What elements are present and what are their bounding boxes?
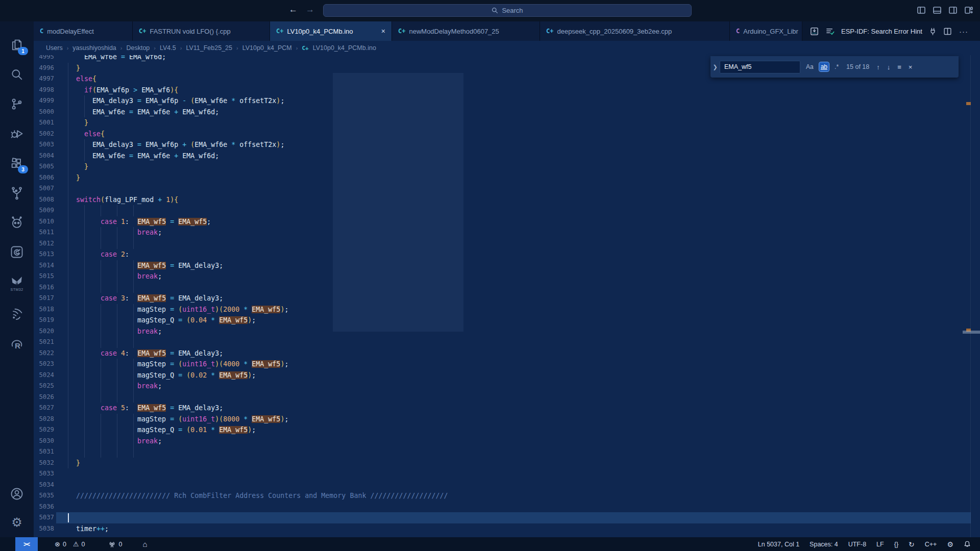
code-line[interactable]: 5003 EMA_delay3 = EMA_wf6p + (EMA_wf6e *… [34, 139, 964, 151]
toggle-panel-icon[interactable] [933, 6, 941, 14]
code-line[interactable]: 5018 magStep = (uint16_t)(2000 * EMA_wf5… [34, 304, 964, 315]
code-line[interactable]: 5005 } [34, 161, 964, 172]
code-line[interactable]: 5029 magStep_Q = (0.01 * EMA_wf5); [34, 424, 964, 436]
code-line[interactable]: 5027 case 5: EMA_wf5 = EMA_delay3; [34, 403, 964, 414]
cursor-position-status[interactable]: Ln 5037, Col 1 [754, 541, 803, 548]
code-line[interactable]: 5028 magStep = (uint16_t)(8000 * EMA_wf5… [34, 414, 964, 425]
find-in-selection-toggle[interactable]: ≡ [897, 63, 901, 71]
code-line[interactable]: 5021 [34, 337, 964, 348]
search-view-icon[interactable] [9, 66, 25, 83]
code-line[interactable]: 5015 break; [34, 271, 964, 282]
eol-status[interactable]: LF [872, 541, 888, 548]
run-debug-icon[interactable] [9, 126, 25, 142]
home-button[interactable]: ⌂ [138, 540, 152, 548]
code-line[interactable]: 5030 break; [34, 436, 964, 447]
vertical-scrollbar[interactable] [963, 331, 980, 334]
code-line[interactable]: 5023 magStep = (uint16_t)(4000 * EMA_wf5… [34, 359, 964, 370]
code-line[interactable]: 5036 [34, 502, 964, 513]
tab-lv10p0-k4-pcmb-ino[interactable]: C+LV10p0_k4_PCMb.ino× [270, 21, 392, 41]
code-line[interactable]: 5025 break; [34, 381, 964, 392]
code-line[interactable]: 5017 case 3: EMA_wf5 = EMA_delay3; [34, 293, 964, 304]
ports-status[interactable]: 0 [104, 540, 127, 548]
code-line[interactable]: 5035 /////////////////////// Rch CombFil… [34, 490, 964, 502]
code-line[interactable]: 5008 switch(flag_LPF_mod + 1){ [34, 194, 964, 206]
breadcrumb-item[interactable]: LV4.5 [160, 44, 176, 52]
code-line[interactable]: 5032 } [34, 458, 964, 469]
toggle-secondary-sidebar-icon[interactable] [949, 6, 957, 14]
esp-idf-tasks-icon[interactable] [825, 27, 835, 36]
explorer-icon[interactable]: 1 [9, 37, 25, 53]
stm32-butterfly-icon[interactable]: STM32 [9, 273, 25, 290]
problems-status[interactable]: ⊗ 0 ⚠ 0 [50, 540, 89, 548]
plug-icon[interactable] [928, 27, 937, 36]
regex-toggle[interactable]: .* [833, 62, 840, 71]
command-center-search[interactable]: Search [323, 4, 692, 17]
close-tab-icon[interactable]: × [377, 27, 385, 35]
code-line[interactable]: 5019 magStep_Q = (0.04 * EMA_wf5); [34, 315, 964, 326]
previous-match-button[interactable]: ↑ [876, 63, 880, 71]
code-line[interactable]: 5012 [34, 238, 964, 249]
breadcrumb-item[interactable]: yasushiyoshida [72, 44, 116, 52]
toggle-sidebar-icon[interactable] [917, 6, 925, 14]
esp-idf-hint-label[interactable]: ESP-IDF: Search Error Hint [841, 28, 922, 35]
code-line[interactable]: 5001 } [34, 117, 964, 129]
notifications-bell-icon[interactable] [960, 540, 975, 548]
code-line[interactable]: 5022 case 4: EMA_wf5 = EMA_delay3; [34, 348, 964, 359]
sync-icon[interactable]: ↻ [904, 540, 919, 548]
code-line[interactable]: 5010 case 1: EMA_wf5 = EMA_wf5; [34, 216, 964, 228]
code-line[interactable]: 5000 EMA_wf6e = EMA_wf6e + EMA_wf6d; [34, 107, 964, 118]
circuit-tree-icon[interactable] [9, 185, 25, 201]
tab-fastrun-void-lfo-cpp[interactable]: C+FASTRUN void LFO() {.cpp [133, 21, 270, 41]
breadcrumb-item[interactable]: Users [46, 44, 63, 52]
braces-status-icon[interactable]: {} [890, 541, 902, 548]
code-line[interactable]: 5006 } [34, 172, 964, 184]
code-line[interactable]: 5011 break; [34, 227, 964, 238]
indentation-status[interactable]: Spaces: 4 [805, 541, 842, 548]
platformio-alien-icon[interactable] [9, 214, 25, 231]
find-expand-chevron-icon[interactable]: ❯ [710, 64, 720, 70]
code-line[interactable]: 4999 EMA_delay3 = EMA_wf6p - (EMA_wf6e *… [34, 95, 964, 107]
encoding-status[interactable]: UTF-8 [844, 541, 870, 548]
tab-arduino-gfx-libr[interactable]: CArduino_GFX_Libr [730, 21, 802, 41]
nav-back-icon[interactable]: ← [289, 5, 298, 15]
code-line[interactable]: 5034 [34, 480, 964, 491]
r-circle-icon[interactable]: R [9, 337, 25, 353]
more-actions-icon[interactable]: ··· [959, 27, 968, 36]
esp-idf-flash-icon[interactable] [810, 27, 819, 36]
split-editor-icon[interactable] [943, 27, 952, 36]
remote-indicator[interactable]: >< [15, 537, 38, 551]
swirl-extension-icon[interactable] [9, 244, 25, 260]
close-find-button[interactable]: × [909, 63, 913, 71]
breadcrumb-item[interactable]: LV11_Feb25_25 [186, 44, 232, 52]
code-line[interactable]: 5009 [34, 205, 964, 216]
find-input[interactable]: EMA_wf5 [720, 61, 800, 73]
code-line[interactable]: 5020 break; [34, 326, 964, 337]
breadcrumb-item[interactable]: LV10p0_k4_PCMb.ino [313, 44, 376, 52]
tab-newmoddelaymethod0607-25[interactable]: C+newModDelayMethod0607_25 [392, 21, 540, 41]
code-line[interactable]: 5013 case 2: [34, 249, 964, 260]
match-case-toggle[interactable]: Aa [804, 62, 815, 71]
code-line[interactable]: 5024 magStep_Q = (0.02 * EMA_wf5); [34, 370, 964, 381]
espressif-icon[interactable] [9, 306, 25, 322]
code-line[interactable]: 5014 EMA_wf5 = EMA_delay3; [34, 260, 964, 271]
code-line[interactable]: 5016 [34, 282, 964, 293]
code-line[interactable]: 5031 [34, 446, 964, 458]
code-line[interactable]: 4998 if(EMA_wf6p > EMA_wf6){ [34, 85, 964, 96]
extensions-icon[interactable]: 3 [9, 155, 25, 171]
account-icon[interactable] [9, 486, 25, 502]
arduino-config-gear-icon[interactable]: ⚙ [943, 540, 958, 548]
next-match-button[interactable]: ↓ [887, 63, 891, 71]
source-control-icon[interactable] [9, 96, 25, 112]
tab-moddelayeffect[interactable]: CmodDelayEffect [34, 21, 133, 41]
breadcrumb-item[interactable]: Desktop [126, 44, 150, 52]
code-line[interactable]: 5037 [34, 512, 964, 523]
customize-layout-icon[interactable] [965, 6, 973, 14]
tab-deepseek-cpp-20250609-3eb2ee-cpp[interactable]: C+deepseek_cpp_20250609_3eb2ee.cpp [540, 21, 730, 41]
code-line[interactable]: 5038 timer++; [34, 523, 964, 535]
settings-gear-icon[interactable]: ⚙ [9, 514, 25, 531]
code-line[interactable]: 5026 [34, 392, 964, 403]
code-line[interactable]: 5033 [34, 468, 964, 480]
whole-word-toggle[interactable]: ab [819, 62, 829, 71]
code-line[interactable]: 5007 [34, 183, 964, 194]
language-mode-status[interactable]: C++ [921, 541, 941, 548]
